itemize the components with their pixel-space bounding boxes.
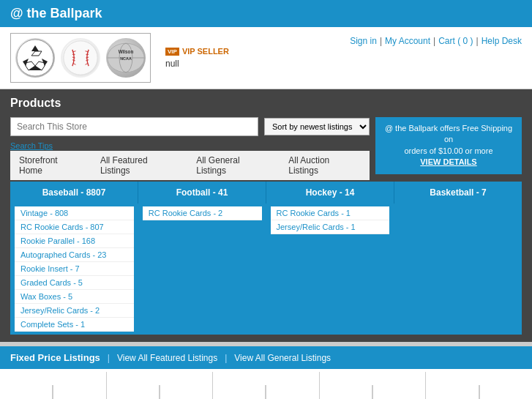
listing-placeholder-2 <box>159 385 160 399</box>
hockey-col: RC Rookie Cards - 1Jersey/Relic Cards - … <box>266 204 394 335</box>
tab-baseball[interactable]: Baseball - 8807 <box>10 182 138 204</box>
listing-col-4 <box>320 372 427 399</box>
sep3: | <box>476 36 479 46</box>
vip-icon: VIP <box>165 48 179 56</box>
search-row: Sort by newest listings <box>10 117 370 136</box>
listing-col-2 <box>107 372 214 399</box>
list-item[interactable]: Autographed Cards - 23 <box>15 248 134 262</box>
baseball-list: Vintage - 808RC Rookie Cards - 807Rookie… <box>15 206 134 332</box>
shipping-line2: orders of $10.00 or more <box>404 146 492 155</box>
listings-area <box>0 369 532 399</box>
top-area: Wilson NCAA VIP VIP SELLER null Sign in … <box>0 27 532 89</box>
storefront-home-link[interactable]: Storefront Home <box>10 152 91 179</box>
listing-placeholder-3 <box>265 385 266 399</box>
vip-label: VIP SELLER <box>182 47 229 56</box>
all-general-link[interactable]: All General Listings <box>187 152 280 179</box>
all-auction-link[interactable]: All Auction Listings <box>280 152 370 179</box>
list-item[interactable]: Jersey/Relic Cards - 2 <box>15 304 134 318</box>
tab-basketball[interactable]: Basketball - 7 <box>394 182 522 204</box>
list-item[interactable]: Jersey/Relic Cards - 1 <box>271 220 390 234</box>
svg-point-0 <box>17 40 53 76</box>
tab-hockey[interactable]: Hockey - 14 <box>266 182 394 204</box>
basketball-col <box>394 204 522 335</box>
wilson-ball-icon: Wilson NCAA <box>106 38 146 78</box>
fixed-sep2: | <box>225 353 227 363</box>
svg-text:NCAA: NCAA <box>120 56 132 61</box>
view-details-link[interactable]: VIEW DETAILS <box>420 157 476 166</box>
fixed-price-bar: Fixed Price Listings | View All Featured… <box>0 346 532 369</box>
logo-images: Wilson NCAA <box>10 33 151 83</box>
top-nav: Sign in | My Account | Cart ( 0 ) | Help… <box>350 33 522 46</box>
products-section: Products Sort by newest listings Search … <box>0 89 532 342</box>
hockey-list: RC Rookie Cards - 1Jersey/Relic Cards - … <box>271 206 390 234</box>
shipping-line1: @ the Ballpark offers Free Shipping on <box>385 124 512 143</box>
signin-link[interactable]: Sign in <box>350 36 377 46</box>
listing-placeholder-1 <box>52 385 53 399</box>
nav-links-row: Storefront Home All Featured Listings Al… <box>10 151 370 180</box>
shipping-box: @ the Ballpark offers Free Shipping on o… <box>375 117 522 174</box>
list-item[interactable]: Complete Sets - 1 <box>15 318 134 332</box>
list-item[interactable]: RC Rookie Cards - 807 <box>15 220 134 234</box>
vip-badge: VIP VIP SELLER null <box>165 47 229 69</box>
baseball-icon <box>61 38 100 78</box>
list-item[interactable]: Rookie Insert - 7 <box>15 262 134 276</box>
search-input[interactable] <box>10 117 258 136</box>
search-area-wrapper: Sort by newest listings Search Tips Stor… <box>10 117 522 180</box>
list-item[interactable]: Wax Boxes - 5 <box>15 290 134 304</box>
site-title: @ the Ballpark <box>10 6 102 20</box>
category-content: Vintage - 808RC Rookie Cards - 807Rookie… <box>10 204 522 335</box>
listing-placeholder-5 <box>479 385 480 399</box>
list-item[interactable]: Graded Cards - 5 <box>15 276 134 290</box>
search-left: Sort by newest listings Search Tips Stor… <box>10 117 370 180</box>
all-featured-link[interactable]: All Featured Listings <box>91 152 187 179</box>
list-item[interactable]: Vintage - 808 <box>15 206 134 220</box>
header-bar: @ the Ballpark <box>0 0 532 27</box>
fixed-sep1: | <box>108 353 110 363</box>
list-item[interactable]: RC Rookie Cards - 1 <box>271 206 390 220</box>
sort-select-wrapper: Sort by newest listings <box>264 118 370 135</box>
baseball-col: Vintage - 808RC Rookie Cards - 807Rookie… <box>10 204 138 335</box>
user-status: null <box>165 59 179 69</box>
search-tips-link[interactable]: Search Tips <box>10 140 53 153</box>
view-all-featured-link[interactable]: View All Featured Listings <box>117 353 217 363</box>
football-col: RC Rookie Cards - 2 <box>138 204 266 335</box>
listing-col-3 <box>213 372 320 399</box>
search-right: @ the Ballpark offers Free Shipping on o… <box>375 117 522 174</box>
category-tabs: Baseball - 8807 Football - 41 Hockey - 1… <box>10 182 522 204</box>
view-all-general-link[interactable]: View All General Listings <box>234 353 331 363</box>
sep1: | <box>380 36 382 46</box>
soccer-ball-icon <box>15 38 55 78</box>
tab-football[interactable]: Football - 41 <box>138 182 266 204</box>
sort-select[interactable]: Sort by newest listings <box>264 118 370 135</box>
my-account-link[interactable]: My Account <box>385 36 430 46</box>
fixed-price-label: Fixed Price Listings <box>10 352 100 363</box>
listing-col-5 <box>426 372 532 399</box>
products-title: Products <box>10 97 522 110</box>
list-item[interactable]: Rookie Parallel - 168 <box>15 234 134 248</box>
help-desk-link[interactable]: Help Desk <box>482 36 522 46</box>
listing-placeholder-4 <box>372 385 373 399</box>
svg-text:Wilson: Wilson <box>119 49 134 54</box>
football-list: RC Rookie Cards - 2 <box>143 206 262 220</box>
list-item[interactable]: RC Rookie Cards - 2 <box>143 206 262 220</box>
svg-point-8 <box>64 41 97 75</box>
listing-col-1 <box>0 372 107 399</box>
cart-link[interactable]: Cart ( 0 ) <box>438 36 473 46</box>
sep2: | <box>433 36 435 46</box>
